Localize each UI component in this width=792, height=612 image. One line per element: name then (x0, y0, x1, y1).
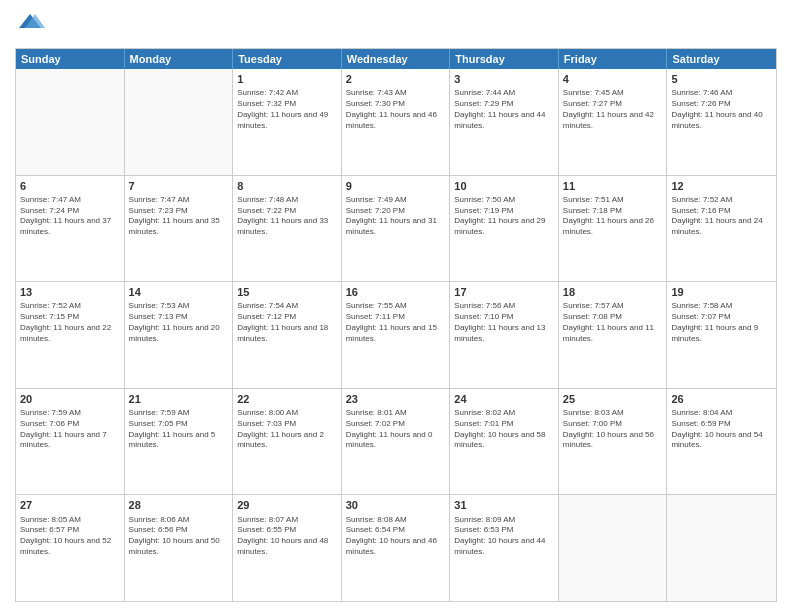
header (15, 10, 777, 40)
cell-info: Sunrise: 7:56 AM Sunset: 7:10 PM Dayligh… (454, 301, 554, 344)
day-number: 20 (20, 392, 120, 406)
calendar-row-1: 1Sunrise: 7:42 AM Sunset: 7:32 PM Daylig… (16, 69, 776, 176)
cal-cell: 28Sunrise: 8:06 AM Sunset: 6:56 PM Dayli… (125, 495, 234, 601)
day-number: 22 (237, 392, 337, 406)
cell-info: Sunrise: 7:49 AM Sunset: 7:20 PM Dayligh… (346, 195, 446, 238)
logo-icon (15, 10, 45, 40)
cell-info: Sunrise: 7:44 AM Sunset: 7:29 PM Dayligh… (454, 88, 554, 131)
day-number: 19 (671, 285, 772, 299)
day-number: 25 (563, 392, 663, 406)
cell-info: Sunrise: 7:55 AM Sunset: 7:11 PM Dayligh… (346, 301, 446, 344)
cell-info: Sunrise: 7:47 AM Sunset: 7:24 PM Dayligh… (20, 195, 120, 238)
cell-info: Sunrise: 7:54 AM Sunset: 7:12 PM Dayligh… (237, 301, 337, 344)
cal-cell (559, 495, 668, 601)
cell-info: Sunrise: 7:43 AM Sunset: 7:30 PM Dayligh… (346, 88, 446, 131)
cell-info: Sunrise: 7:46 AM Sunset: 7:26 PM Dayligh… (671, 88, 772, 131)
day-number: 3 (454, 72, 554, 86)
cell-info: Sunrise: 8:02 AM Sunset: 7:01 PM Dayligh… (454, 408, 554, 451)
day-number: 7 (129, 179, 229, 193)
day-number: 13 (20, 285, 120, 299)
calendar-row-2: 6Sunrise: 7:47 AM Sunset: 7:24 PM Daylig… (16, 176, 776, 283)
cal-cell: 26Sunrise: 8:04 AM Sunset: 6:59 PM Dayli… (667, 389, 776, 495)
cell-info: Sunrise: 8:05 AM Sunset: 6:57 PM Dayligh… (20, 515, 120, 558)
cal-cell (667, 495, 776, 601)
cell-info: Sunrise: 7:51 AM Sunset: 7:18 PM Dayligh… (563, 195, 663, 238)
day-number: 26 (671, 392, 772, 406)
cal-cell: 30Sunrise: 8:08 AM Sunset: 6:54 PM Dayli… (342, 495, 451, 601)
cal-cell: 21Sunrise: 7:59 AM Sunset: 7:05 PM Dayli… (125, 389, 234, 495)
cal-cell: 13Sunrise: 7:52 AM Sunset: 7:15 PM Dayli… (16, 282, 125, 388)
day-number: 5 (671, 72, 772, 86)
cal-cell: 24Sunrise: 8:02 AM Sunset: 7:01 PM Dayli… (450, 389, 559, 495)
cal-cell: 29Sunrise: 8:07 AM Sunset: 6:55 PM Dayli… (233, 495, 342, 601)
cell-info: Sunrise: 8:01 AM Sunset: 7:02 PM Dayligh… (346, 408, 446, 451)
cal-cell: 3Sunrise: 7:44 AM Sunset: 7:29 PM Daylig… (450, 69, 559, 175)
cell-info: Sunrise: 7:50 AM Sunset: 7:19 PM Dayligh… (454, 195, 554, 238)
calendar-header: SundayMondayTuesdayWednesdayThursdayFrid… (16, 49, 776, 69)
cal-cell: 10Sunrise: 7:50 AM Sunset: 7:19 PM Dayli… (450, 176, 559, 282)
day-number: 27 (20, 498, 120, 512)
day-number: 10 (454, 179, 554, 193)
cell-info: Sunrise: 7:45 AM Sunset: 7:27 PM Dayligh… (563, 88, 663, 131)
day-number: 2 (346, 72, 446, 86)
cell-info: Sunrise: 7:59 AM Sunset: 7:06 PM Dayligh… (20, 408, 120, 451)
day-number: 12 (671, 179, 772, 193)
calendar-row-5: 27Sunrise: 8:05 AM Sunset: 6:57 PM Dayli… (16, 495, 776, 601)
cell-info: Sunrise: 7:52 AM Sunset: 7:15 PM Dayligh… (20, 301, 120, 344)
weekday-header-thursday: Thursday (450, 49, 559, 69)
weekday-header-monday: Monday (125, 49, 234, 69)
day-number: 4 (563, 72, 663, 86)
day-number: 29 (237, 498, 337, 512)
cal-cell (16, 69, 125, 175)
day-number: 16 (346, 285, 446, 299)
cell-info: Sunrise: 8:00 AM Sunset: 7:03 PM Dayligh… (237, 408, 337, 451)
weekday-header-friday: Friday (559, 49, 668, 69)
cal-cell: 6Sunrise: 7:47 AM Sunset: 7:24 PM Daylig… (16, 176, 125, 282)
cal-cell: 11Sunrise: 7:51 AM Sunset: 7:18 PM Dayli… (559, 176, 668, 282)
cal-cell: 7Sunrise: 7:47 AM Sunset: 7:23 PM Daylig… (125, 176, 234, 282)
page: SundayMondayTuesdayWednesdayThursdayFrid… (0, 0, 792, 612)
day-number: 23 (346, 392, 446, 406)
calendar-body: 1Sunrise: 7:42 AM Sunset: 7:32 PM Daylig… (16, 69, 776, 601)
cal-cell: 15Sunrise: 7:54 AM Sunset: 7:12 PM Dayli… (233, 282, 342, 388)
cal-cell (125, 69, 234, 175)
cal-cell: 23Sunrise: 8:01 AM Sunset: 7:02 PM Dayli… (342, 389, 451, 495)
calendar-row-3: 13Sunrise: 7:52 AM Sunset: 7:15 PM Dayli… (16, 282, 776, 389)
weekday-header-saturday: Saturday (667, 49, 776, 69)
cal-cell: 4Sunrise: 7:45 AM Sunset: 7:27 PM Daylig… (559, 69, 668, 175)
cell-info: Sunrise: 7:57 AM Sunset: 7:08 PM Dayligh… (563, 301, 663, 344)
day-number: 15 (237, 285, 337, 299)
day-number: 14 (129, 285, 229, 299)
day-number: 6 (20, 179, 120, 193)
cell-info: Sunrise: 7:53 AM Sunset: 7:13 PM Dayligh… (129, 301, 229, 344)
cal-cell: 27Sunrise: 8:05 AM Sunset: 6:57 PM Dayli… (16, 495, 125, 601)
cell-info: Sunrise: 7:48 AM Sunset: 7:22 PM Dayligh… (237, 195, 337, 238)
cell-info: Sunrise: 7:58 AM Sunset: 7:07 PM Dayligh… (671, 301, 772, 344)
cal-cell: 20Sunrise: 7:59 AM Sunset: 7:06 PM Dayli… (16, 389, 125, 495)
cell-info: Sunrise: 7:47 AM Sunset: 7:23 PM Dayligh… (129, 195, 229, 238)
cell-info: Sunrise: 7:59 AM Sunset: 7:05 PM Dayligh… (129, 408, 229, 451)
cell-info: Sunrise: 8:06 AM Sunset: 6:56 PM Dayligh… (129, 515, 229, 558)
cell-info: Sunrise: 8:03 AM Sunset: 7:00 PM Dayligh… (563, 408, 663, 451)
calendar-row-4: 20Sunrise: 7:59 AM Sunset: 7:06 PM Dayli… (16, 389, 776, 496)
day-number: 31 (454, 498, 554, 512)
cal-cell: 18Sunrise: 7:57 AM Sunset: 7:08 PM Dayli… (559, 282, 668, 388)
weekday-header-sunday: Sunday (16, 49, 125, 69)
cal-cell: 25Sunrise: 8:03 AM Sunset: 7:00 PM Dayli… (559, 389, 668, 495)
cal-cell: 14Sunrise: 7:53 AM Sunset: 7:13 PM Dayli… (125, 282, 234, 388)
day-number: 28 (129, 498, 229, 512)
cal-cell: 2Sunrise: 7:43 AM Sunset: 7:30 PM Daylig… (342, 69, 451, 175)
day-number: 1 (237, 72, 337, 86)
cal-cell: 17Sunrise: 7:56 AM Sunset: 7:10 PM Dayli… (450, 282, 559, 388)
day-number: 24 (454, 392, 554, 406)
cal-cell: 12Sunrise: 7:52 AM Sunset: 7:16 PM Dayli… (667, 176, 776, 282)
day-number: 21 (129, 392, 229, 406)
day-number: 30 (346, 498, 446, 512)
cell-info: Sunrise: 8:08 AM Sunset: 6:54 PM Dayligh… (346, 515, 446, 558)
day-number: 9 (346, 179, 446, 193)
cell-info: Sunrise: 7:52 AM Sunset: 7:16 PM Dayligh… (671, 195, 772, 238)
cal-cell: 1Sunrise: 7:42 AM Sunset: 7:32 PM Daylig… (233, 69, 342, 175)
cal-cell: 8Sunrise: 7:48 AM Sunset: 7:22 PM Daylig… (233, 176, 342, 282)
cal-cell: 16Sunrise: 7:55 AM Sunset: 7:11 PM Dayli… (342, 282, 451, 388)
cal-cell: 19Sunrise: 7:58 AM Sunset: 7:07 PM Dayli… (667, 282, 776, 388)
